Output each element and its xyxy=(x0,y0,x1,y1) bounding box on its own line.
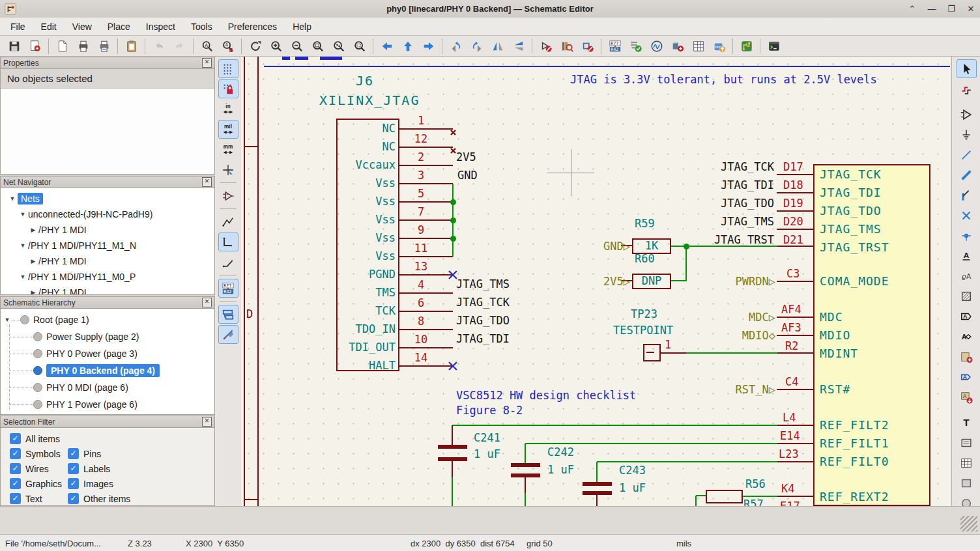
console-button[interactable] xyxy=(764,36,784,55)
schematic-text[interactable]: 2V5 xyxy=(456,152,476,163)
propspanel-button[interactable] xyxy=(218,325,238,344)
schematic-text[interactable]: JTAG_TDI xyxy=(456,333,510,345)
schematic-text[interactable]: REF_FILT1 xyxy=(820,438,889,450)
j6-ref[interactable]: J6 xyxy=(356,74,374,88)
schematic-text[interactable]: 9 xyxy=(401,225,440,236)
schematic-text[interactable]: C4 xyxy=(785,376,798,388)
griddots-button[interactable] xyxy=(218,59,238,78)
net-navigator-close-button[interactable]: ✕ xyxy=(202,177,212,187)
shade-button[interactable]: ⌃ xyxy=(907,4,917,14)
annotate-button[interactable]: R??R42 xyxy=(605,36,625,55)
zoomin-button[interactable] xyxy=(266,36,286,55)
schematic-text[interactable]: E17 xyxy=(780,501,800,506)
unitin-button[interactable]: in xyxy=(218,100,238,119)
sheet-row-phy-1-backend-page-7-[interactable]: PHY 1 Backend (page 7) xyxy=(1,413,214,415)
schematic-text[interactable]: MDC xyxy=(820,311,843,324)
net-tree-label[interactable]: unconnected-(J9H-NC-PadH9) xyxy=(28,209,152,219)
schematic-text[interactable]: JTAG_TDI xyxy=(820,187,882,199)
schematic-text[interactable]: JTAG_TMS xyxy=(721,216,774,228)
erc-button[interactable] xyxy=(626,36,646,55)
schematic-text[interactable]: TDO_IN xyxy=(356,324,396,335)
schematic-text[interactable]: JTAG_TCK xyxy=(820,169,882,181)
minimize-button[interactable]: — xyxy=(927,4,937,14)
schematic-text[interactable]: GND xyxy=(457,170,478,182)
filter-wires[interactable]: ✓Wires xyxy=(10,463,68,474)
sheet-button[interactable] xyxy=(957,347,977,366)
j6-value[interactable]: XILINX_JTAG xyxy=(319,94,420,107)
schematic-text[interactable]: D19 xyxy=(783,198,803,210)
mirrorv-button[interactable] xyxy=(508,36,528,55)
filter-text[interactable]: ✓Text xyxy=(10,493,68,504)
mirrorh-button[interactable] xyxy=(487,36,508,55)
sheet-label[interactable]: PHY 1 Power (page 6) xyxy=(46,399,137,410)
find-button[interactable]: A xyxy=(197,36,217,55)
filter-graphics[interactable]: ✓Graphics xyxy=(10,478,68,489)
zoomfit-button[interactable] xyxy=(308,36,328,55)
sheet-row-phy-0-mdi-page-6-[interactable]: PHY 0 MDI (page 6) xyxy=(1,379,214,396)
schematic-text[interactable]: TMS xyxy=(375,287,396,299)
schematic-text[interactable]: C3 xyxy=(786,268,800,280)
tp23-ref[interactable]: TP23 xyxy=(631,309,657,320)
gridlock-button[interactable] xyxy=(218,79,238,98)
net-tree-label[interactable]: /PHY 1 MDI xyxy=(38,256,87,266)
checkbox-checked-icon[interactable]: ✓ xyxy=(10,433,21,444)
sheet-label[interactable]: PHY 0 Backend (page 4) xyxy=(46,364,160,377)
powerport-button[interactable] xyxy=(957,125,977,144)
sheet-row-root-page-1-[interactable]: ▼Root (page 1) xyxy=(1,311,214,328)
schematic-text[interactable]: 2V5▷ xyxy=(603,276,630,288)
rotateccw-button[interactable] xyxy=(446,36,466,55)
schematic-text[interactable]: Vss xyxy=(375,251,396,262)
schematic-text[interactable]: 12 xyxy=(401,134,440,145)
plot-button[interactable] xyxy=(94,36,114,55)
busentry-button[interactable] xyxy=(957,186,977,205)
note-figure[interactable]: Figure 8-2 xyxy=(456,405,523,417)
zoomselection-button[interactable] xyxy=(349,36,369,55)
expanded-arrow-icon[interactable]: ▼ xyxy=(18,242,28,249)
line45-button[interactable] xyxy=(218,253,238,272)
schematic-text[interactable]: JTAG_TDO xyxy=(456,315,510,327)
schematic-text[interactable]: 10 xyxy=(401,334,440,346)
filter-labels[interactable]: ✓Labels xyxy=(68,463,126,474)
schematic-text[interactable]: 4 xyxy=(401,279,440,291)
schematic-text[interactable]: JTAG_TMS xyxy=(456,279,510,290)
schematic-text[interactable]: JTAG_TDI xyxy=(721,180,774,191)
table-button[interactable] xyxy=(957,453,977,472)
c241-ref[interactable]: C241 xyxy=(474,432,500,444)
schematic-text[interactable]: JTAG_TDO xyxy=(721,198,774,210)
sheetset-button[interactable] xyxy=(25,36,45,55)
menu-inspect[interactable]: Inspect xyxy=(138,19,183,35)
schematic-text[interactable]: L4 xyxy=(783,412,796,424)
schematic-text[interactable]: MDINT xyxy=(820,348,858,360)
bom-button[interactable]: bom xyxy=(709,36,729,55)
schematic-text[interactable]: K4 xyxy=(781,483,794,495)
text-button[interactable]: T xyxy=(957,413,977,432)
sheet-row-phy-0-power-page-3-[interactable]: PHY 0 Power (page 3) xyxy=(1,345,214,362)
schematic-text[interactable]: JTAG_TRST xyxy=(714,234,774,246)
schematic-text[interactable]: 8 xyxy=(401,316,440,328)
collapsed-arrow-icon[interactable]: ▶ xyxy=(28,227,38,233)
schematic-text[interactable]: REF_FILT2 xyxy=(820,419,889,432)
noconnect-button[interactable] xyxy=(957,206,977,225)
r57-ref[interactable]: R57 xyxy=(743,499,764,506)
schematic-text[interactable]: Vss xyxy=(375,233,396,244)
r59-value[interactable]: 1K xyxy=(632,240,671,252)
net-tree-row[interactable]: ▼/PHY 1 MDI/PHY11_M1_N xyxy=(1,238,214,253)
schematic-text[interactable]: TDI_OUT xyxy=(349,342,396,354)
expanded-arrow-icon[interactable]: ▼ xyxy=(18,274,28,280)
net-tree-row[interactable]: ▶/PHY 1 MDI xyxy=(1,222,214,238)
sheet-label[interactable]: Root (page 1) xyxy=(33,315,89,325)
schematic-text[interactable]: D20 xyxy=(783,216,803,228)
checkbox-checked-icon[interactable]: ✓ xyxy=(68,463,79,474)
schematic-text[interactable]: RST# xyxy=(820,384,850,396)
checkbox-checked-icon[interactable]: ✓ xyxy=(10,463,21,474)
schematic-text[interactable]: D18 xyxy=(783,180,803,191)
schematic-text[interactable]: MDC▷ xyxy=(749,312,775,324)
schematic-text[interactable]: JTAG_TMS xyxy=(820,223,882,236)
expanded-arrow-icon[interactable]: ▼ xyxy=(7,195,18,202)
freeangle-button[interactable] xyxy=(218,212,238,231)
schematic-text[interactable]: RST_N▷ xyxy=(736,384,775,396)
editfootprint-button[interactable] xyxy=(577,36,598,55)
r59-ref[interactable]: R59 xyxy=(635,218,655,230)
checkbox-checked-icon[interactable]: ✓ xyxy=(10,448,21,459)
checkbox-checked-icon[interactable]: ✓ xyxy=(68,478,79,489)
